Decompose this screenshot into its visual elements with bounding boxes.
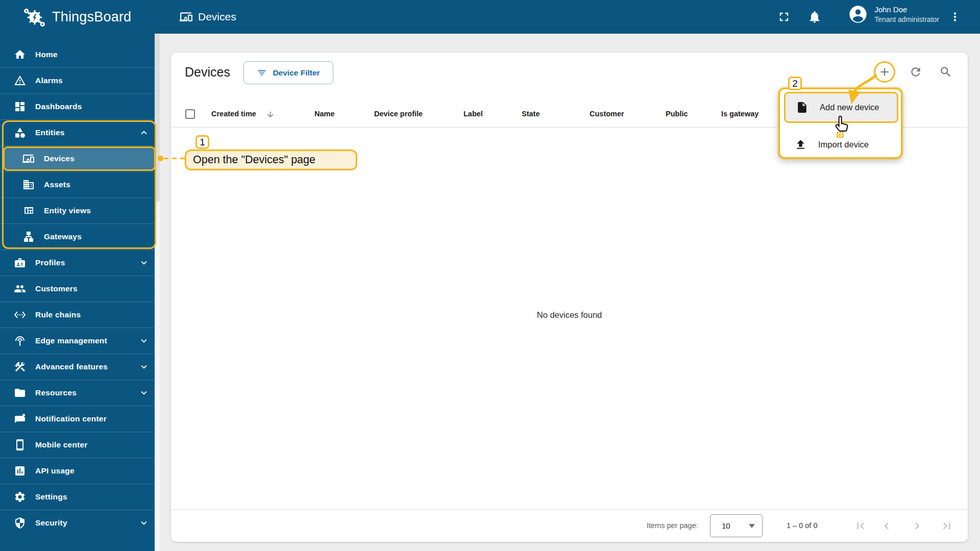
ethernet-icon [14, 309, 26, 321]
column-header-customer[interactable]: Customer [590, 110, 624, 118]
annotation-step-2-badge: 2 [788, 77, 802, 90]
search-icon[interactable] [939, 65, 952, 79]
sidebar-item-security[interactable]: Security [0, 510, 160, 536]
column-header-created-time[interactable]: Created time [211, 110, 256, 118]
sidebar-item-advanced-features[interactable]: Advanced features [0, 354, 160, 380]
sidebar-item-api-usage[interactable]: API usage [0, 458, 160, 484]
sort-arrow-down-icon [266, 110, 275, 119]
first-page-icon[interactable] [854, 519, 867, 533]
chevron-down-icon [138, 517, 150, 529]
previous-page-icon[interactable] [880, 519, 893, 533]
annotation-step-1-badge: 1 [195, 135, 209, 149]
user-name: John Doe [874, 5, 939, 15]
fullscreen-icon[interactable] [777, 10, 791, 24]
column-header-public[interactable]: Public [666, 110, 688, 118]
column-header-label[interactable]: Label [463, 110, 483, 118]
antenna-icon [14, 335, 26, 347]
next-page-icon[interactable] [911, 519, 924, 533]
chevron-down-icon [138, 361, 150, 372]
avatar [848, 4, 868, 24]
sidebar-item-profiles[interactable]: Profiles [0, 249, 160, 276]
sidebar-item-entities[interactable]: Entities [0, 119, 160, 145]
pagination-bar: Items per page: 10 1 – 0 of 0 [171, 509, 968, 542]
file-icon [796, 101, 808, 114]
more-vert-icon[interactable] [948, 10, 963, 24]
menu-item-add-new-device[interactable]: Add new device [784, 92, 898, 123]
people-icon [14, 283, 26, 295]
page-title: Devices [185, 65, 230, 80]
thingsboard-logo-icon [22, 5, 46, 29]
sidebar-item-dashboards[interactable]: Dashboards [0, 93, 160, 119]
sidebar-item-home[interactable]: Home [0, 41, 160, 67]
pagination-range-label: 1 – 0 of 0 [787, 521, 817, 530]
lan-icon [22, 231, 35, 243]
chevron-down-icon [138, 257, 150, 268]
column-header-device-profile[interactable]: Device profile [374, 110, 423, 118]
sidebar-item-rule-chains[interactable]: Rule chains [0, 302, 160, 328]
badge-icon [14, 257, 26, 269]
chevron-down-icon [138, 335, 150, 346]
items-per-page-label: Items per page: [647, 521, 698, 530]
page-size-select[interactable]: 10 [710, 514, 763, 537]
empty-table-message: No devices found [171, 310, 968, 320]
sidebar-scrollbar[interactable] [155, 34, 160, 551]
smartphone-icon [14, 439, 26, 451]
add-device-dropdown-menu: Add new device Import device [778, 88, 902, 159]
column-header-name[interactable]: Name [314, 110, 335, 118]
sidebar-item-resources[interactable]: Resources [0, 380, 160, 406]
category-icon [14, 127, 26, 139]
select-arrow-icon [749, 524, 755, 528]
devices-breadcrumb-icon [180, 10, 193, 23]
last-page-icon[interactable] [940, 519, 953, 533]
folder-icon [14, 387, 26, 399]
devices-icon [22, 153, 35, 165]
user-menu[interactable]: John Doe Tenant administrator [848, 4, 939, 24]
dashboard-icon [14, 101, 26, 113]
chart-icon [14, 465, 26, 477]
upload-icon [794, 138, 807, 151]
sidebar-item-mobile-center[interactable]: Mobile center [0, 432, 160, 458]
sidebar-item-devices[interactable]: Devices [0, 145, 160, 171]
brand-name: ThingsBoard [52, 9, 131, 25]
sidebar-item-entity-views[interactable]: Entity views [0, 197, 160, 223]
chat-icon [14, 413, 26, 425]
sidebar: Home Alarms Dashboards Entities Devices … [0, 34, 160, 551]
tools-icon [14, 361, 26, 373]
sidebar-item-gateways[interactable]: Gateways [0, 223, 160, 249]
gear-icon [14, 491, 26, 503]
sidebar-item-notification-center[interactable]: Notification center [0, 406, 160, 432]
annotation-step-1-callout: Open the "Devices" page [185, 149, 357, 170]
sidebar-item-customers[interactable]: Customers [0, 276, 160, 302]
notifications-bell-icon[interactable] [807, 10, 822, 24]
user-role: Tenant administrator [874, 15, 939, 24]
chevron-up-icon [138, 127, 150, 138]
home-icon [14, 48, 26, 61]
annotation-connector-dashes [164, 158, 185, 159]
chevron-down-icon [138, 387, 150, 398]
column-header-is-gateway[interactable]: Is gateway [721, 110, 758, 118]
sidebar-item-edge-management[interactable]: Edge management [0, 328, 160, 354]
refresh-button[interactable] [909, 65, 922, 79]
device-filter-button[interactable]: Device Filter [243, 61, 333, 84]
column-header-state[interactable]: State [522, 110, 540, 118]
add-entity-button[interactable] [878, 65, 891, 79]
sidebar-scrollbar-thumb[interactable] [155, 34, 160, 202]
brand[interactable]: ThingsBoard [22, 0, 131, 34]
shield-icon [14, 517, 26, 529]
breadcrumb-label: Devices [198, 11, 236, 23]
menu-item-import-device[interactable]: Import device [784, 129, 898, 160]
sidebar-item-assets[interactable]: Assets [0, 171, 160, 197]
select-all-checkbox[interactable] [185, 109, 195, 119]
grid-icon [22, 205, 35, 217]
sidebar-item-settings[interactable]: Settings [0, 484, 160, 510]
top-bar: ThingsBoard Devices John Doe [0, 0, 980, 34]
thingsboard-app: ThingsBoard Devices John Doe [0, 0, 980, 551]
filter-icon [257, 68, 267, 78]
warning-icon [14, 74, 26, 87]
building-icon [22, 179, 35, 191]
annotation-plus-highlight-ring [874, 61, 895, 83]
annotation-connector-dot [158, 156, 163, 161]
breadcrumb: Devices [180, 0, 236, 34]
sidebar-item-alarms[interactable]: Alarms [0, 67, 160, 93]
